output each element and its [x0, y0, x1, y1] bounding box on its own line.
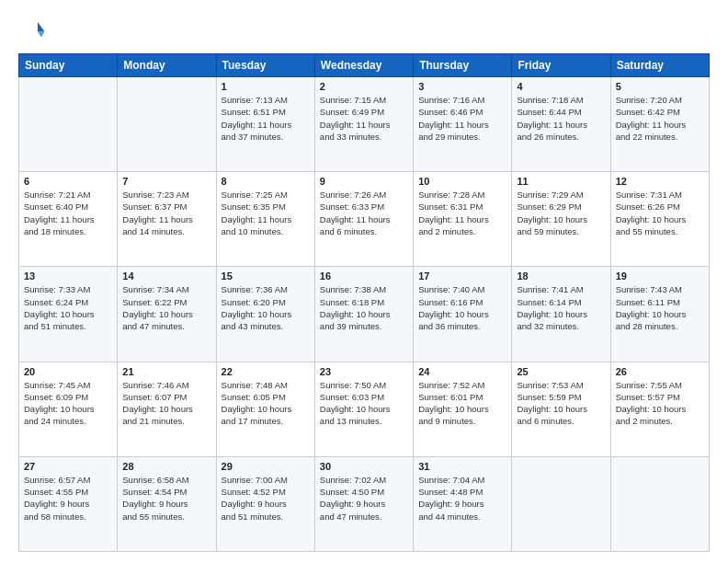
day-cell: 30Sunrise: 7:02 AM Sunset: 4:50 PM Dayli…	[314, 456, 413, 551]
day-cell: 18Sunrise: 7:41 AM Sunset: 6:14 PM Dayli…	[512, 267, 610, 362]
weekday-wednesday: Wednesday	[314, 54, 413, 77]
day-number: 31	[418, 461, 506, 472]
day-info: Sunrise: 7:04 AM Sunset: 4:48 PM Dayligh…	[418, 474, 506, 523]
day-number: 7	[122, 176, 210, 187]
day-info: Sunrise: 7:23 AM Sunset: 6:37 PM Dayligh…	[122, 189, 210, 237]
day-info: Sunrise: 7:31 AM Sunset: 6:26 PM Dayligh…	[616, 189, 704, 237]
day-number: 28	[122, 461, 210, 472]
page: SundayMondayTuesdayWednesdayThursdayFrid…	[0, 0, 728, 563]
day-info: Sunrise: 7:26 AM Sunset: 6:33 PM Dayligh…	[320, 189, 408, 237]
day-number: 13	[24, 270, 112, 282]
day-cell	[19, 77, 118, 172]
day-number: 10	[418, 176, 506, 187]
week-row-2: 6Sunrise: 7:21 AM Sunset: 6:40 PM Daylig…	[19, 172, 710, 267]
day-cell	[512, 456, 610, 551]
day-cell: 23Sunrise: 7:50 AM Sunset: 6:03 PM Dayli…	[314, 362, 413, 456]
day-info: Sunrise: 7:45 AM Sunset: 6:09 PM Dayligh…	[24, 379, 112, 428]
weekday-friday: Friday	[512, 54, 610, 77]
day-info: Sunrise: 7:38 AM Sunset: 6:18 PM Dayligh…	[320, 283, 408, 332]
day-info: Sunrise: 6:58 AM Sunset: 4:54 PM Dayligh…	[122, 474, 210, 523]
day-cell: 16Sunrise: 7:38 AM Sunset: 6:18 PM Dayli…	[314, 267, 413, 362]
day-cell: 27Sunrise: 6:57 AM Sunset: 4:55 PM Dayli…	[19, 456, 118, 551]
day-cell	[610, 456, 709, 551]
day-cell: 29Sunrise: 7:00 AM Sunset: 4:52 PM Dayli…	[216, 456, 314, 551]
logo-icon	[18, 17, 46, 44]
day-cell: 2Sunrise: 7:15 AM Sunset: 6:49 PM Daylig…	[314, 77, 413, 172]
day-cell: 22Sunrise: 7:48 AM Sunset: 6:05 PM Dayli…	[216, 362, 314, 456]
day-number: 17	[418, 270, 506, 282]
day-number: 23	[320, 366, 408, 377]
day-info: Sunrise: 7:33 AM Sunset: 6:24 PM Dayligh…	[24, 283, 112, 332]
day-cell: 12Sunrise: 7:31 AM Sunset: 6:26 PM Dayli…	[610, 172, 709, 267]
day-cell: 5Sunrise: 7:20 AM Sunset: 6:42 PM Daylig…	[610, 77, 709, 172]
day-info: Sunrise: 7:21 AM Sunset: 6:40 PM Dayligh…	[24, 189, 112, 237]
day-cell: 26Sunrise: 7:55 AM Sunset: 5:57 PM Dayli…	[610, 362, 709, 456]
day-cell: 7Sunrise: 7:23 AM Sunset: 6:37 PM Daylig…	[118, 172, 216, 267]
day-cell: 14Sunrise: 7:34 AM Sunset: 6:22 PM Dayli…	[118, 267, 216, 362]
day-number: 21	[122, 366, 210, 377]
day-number: 2	[320, 81, 408, 92]
day-cell: 28Sunrise: 6:58 AM Sunset: 4:54 PM Dayli…	[118, 456, 216, 551]
day-number: 30	[320, 461, 408, 472]
day-info: Sunrise: 7:43 AM Sunset: 6:11 PM Dayligh…	[616, 283, 704, 332]
day-info: Sunrise: 7:50 AM Sunset: 6:03 PM Dayligh…	[320, 379, 408, 428]
header	[18, 17, 710, 44]
day-info: Sunrise: 7:29 AM Sunset: 6:29 PM Dayligh…	[517, 189, 605, 237]
day-cell: 4Sunrise: 7:18 AM Sunset: 6:44 PM Daylig…	[512, 77, 610, 172]
day-number: 16	[320, 270, 408, 282]
calendar-table: SundayMondayTuesdayWednesdayThursdayFrid…	[18, 53, 710, 552]
week-row-3: 13Sunrise: 7:33 AM Sunset: 6:24 PM Dayli…	[19, 267, 710, 362]
day-cell: 19Sunrise: 7:43 AM Sunset: 6:11 PM Dayli…	[610, 267, 709, 362]
day-number: 20	[24, 366, 112, 377]
logo	[18, 17, 50, 44]
day-info: Sunrise: 7:13 AM Sunset: 6:51 PM Dayligh…	[222, 94, 310, 143]
day-cell: 21Sunrise: 7:46 AM Sunset: 6:07 PM Dayli…	[118, 362, 216, 456]
day-info: Sunrise: 7:25 AM Sunset: 6:35 PM Dayligh…	[222, 189, 310, 237]
day-info: Sunrise: 7:28 AM Sunset: 6:31 PM Dayligh…	[418, 189, 506, 237]
week-row-5: 27Sunrise: 6:57 AM Sunset: 4:55 PM Dayli…	[19, 456, 710, 551]
week-row-4: 20Sunrise: 7:45 AM Sunset: 6:09 PM Dayli…	[19, 362, 710, 456]
day-info: Sunrise: 7:00 AM Sunset: 4:52 PM Dayligh…	[222, 474, 310, 523]
day-cell: 13Sunrise: 7:33 AM Sunset: 6:24 PM Dayli…	[19, 267, 118, 362]
day-number: 9	[320, 176, 408, 187]
day-number: 29	[222, 461, 310, 472]
day-number: 1	[222, 81, 310, 92]
day-cell: 31Sunrise: 7:04 AM Sunset: 4:48 PM Dayli…	[414, 456, 512, 551]
weekday-header-row: SundayMondayTuesdayWednesdayThursdayFrid…	[19, 54, 710, 77]
day-number: 26	[616, 366, 704, 377]
day-cell: 6Sunrise: 7:21 AM Sunset: 6:40 PM Daylig…	[19, 172, 118, 267]
day-number: 12	[616, 176, 704, 187]
day-info: Sunrise: 7:52 AM Sunset: 6:01 PM Dayligh…	[418, 379, 506, 428]
weekday-thursday: Thursday	[414, 54, 512, 77]
day-number: 6	[24, 176, 112, 187]
day-cell: 24Sunrise: 7:52 AM Sunset: 6:01 PM Dayli…	[414, 362, 512, 456]
day-cell	[118, 77, 216, 172]
svg-marker-1	[38, 32, 45, 38]
day-cell: 15Sunrise: 7:36 AM Sunset: 6:20 PM Dayli…	[216, 267, 314, 362]
week-row-1: 1Sunrise: 7:13 AM Sunset: 6:51 PM Daylig…	[19, 77, 710, 172]
day-cell: 3Sunrise: 7:16 AM Sunset: 6:46 PM Daylig…	[414, 77, 512, 172]
day-info: Sunrise: 7:53 AM Sunset: 5:59 PM Dayligh…	[517, 379, 605, 428]
day-cell: 11Sunrise: 7:29 AM Sunset: 6:29 PM Dayli…	[512, 172, 610, 267]
weekday-tuesday: Tuesday	[216, 54, 314, 77]
day-number: 14	[122, 270, 210, 282]
day-cell: 9Sunrise: 7:26 AM Sunset: 6:33 PM Daylig…	[314, 172, 413, 267]
day-number: 19	[616, 270, 704, 282]
day-info: Sunrise: 7:48 AM Sunset: 6:05 PM Dayligh…	[222, 379, 310, 428]
day-cell: 25Sunrise: 7:53 AM Sunset: 5:59 PM Dayli…	[512, 362, 610, 456]
day-info: Sunrise: 7:15 AM Sunset: 6:49 PM Dayligh…	[320, 94, 408, 143]
day-info: Sunrise: 7:20 AM Sunset: 6:42 PM Dayligh…	[616, 94, 704, 143]
day-info: Sunrise: 7:40 AM Sunset: 6:16 PM Dayligh…	[418, 283, 506, 332]
day-cell: 20Sunrise: 7:45 AM Sunset: 6:09 PM Dayli…	[19, 362, 118, 456]
day-info: Sunrise: 7:46 AM Sunset: 6:07 PM Dayligh…	[122, 379, 210, 428]
day-number: 27	[24, 461, 112, 472]
day-number: 15	[222, 270, 310, 282]
day-info: Sunrise: 7:02 AM Sunset: 4:50 PM Dayligh…	[320, 474, 408, 523]
day-info: Sunrise: 7:16 AM Sunset: 6:46 PM Dayligh…	[418, 94, 506, 143]
day-number: 18	[517, 270, 605, 282]
weekday-monday: Monday	[118, 54, 216, 77]
day-info: Sunrise: 7:55 AM Sunset: 5:57 PM Dayligh…	[616, 379, 704, 428]
day-info: Sunrise: 7:34 AM Sunset: 6:22 PM Dayligh…	[122, 283, 210, 332]
day-cell: 8Sunrise: 7:25 AM Sunset: 6:35 PM Daylig…	[216, 172, 314, 267]
weekday-sunday: Sunday	[19, 54, 118, 77]
